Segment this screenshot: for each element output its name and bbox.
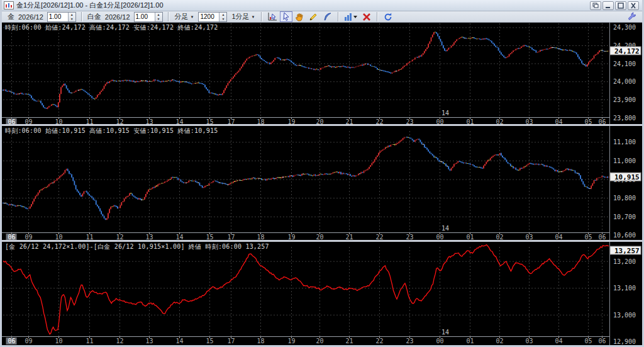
app-icon <box>4 1 14 9</box>
spin-down-icon[interactable]: ▼ <box>155 17 162 21</box>
window-controls <box>590 1 642 10</box>
bar-type-label: 分足 <box>175 12 189 21</box>
hand-icon <box>295 12 305 22</box>
indicator-dropdown-button[interactable] <box>343 11 359 22</box>
y-axis-label: 13,200 <box>613 258 636 265</box>
x-axis-label: 02 <box>496 234 503 241</box>
chart-mode-button[interactable] <box>266 11 279 22</box>
annotate-button[interactable] <box>321 11 334 22</box>
platinum-multiplier-input[interactable] <box>135 13 155 21</box>
x-axis-label: 18 <box>257 234 264 241</box>
interval-dropdown[interactable]: 1分足 ▼ <box>231 12 255 21</box>
x-axis-label: 11 <box>86 234 93 241</box>
x-axis-label: 03 <box>525 234 533 241</box>
app-window: 金1分足[2026/12]1.00 - 白金1分足[2026/12]1.00 <box>0 0 644 347</box>
minimize-button[interactable] <box>602 1 614 10</box>
x-axis-label: 02 <box>496 338 503 344</box>
platinum-label: 白金 <box>87 12 101 21</box>
toolbar-separator <box>338 12 339 21</box>
x-axis-label: 09 <box>25 338 32 344</box>
spin-up-icon[interactable]: ▲ <box>219 13 226 17</box>
window-title: 金1分足[2026/12]1.00 - 白金1分足[2026/12]1.00 <box>16 1 164 10</box>
chevron-down-icon: ▼ <box>191 15 194 19</box>
select-tool-button[interactable] <box>280 11 292 22</box>
x-axis-label: 01 <box>466 338 474 344</box>
x-axis-label: 22 <box>375 338 383 344</box>
gold-last-price: 24,172 <box>614 47 640 55</box>
red-x-icon <box>362 12 372 22</box>
x-axis-label: 15 <box>206 234 213 241</box>
x-axis-label: 04 <box>555 338 562 344</box>
x-axis-label: 17 <box>227 338 235 344</box>
charts-svg[interactable]: 0609101112131415171819202122230001020304… <box>2 23 642 345</box>
toolbar-separator <box>261 12 262 21</box>
x-axis-label: 06 <box>8 234 15 241</box>
y-axis-label: 24,100 <box>613 60 636 67</box>
pencil-icon <box>309 12 319 22</box>
date-marker: 14 <box>441 110 449 117</box>
new-window-button[interactable] <box>590 1 601 10</box>
y-axis-label: 10,800 <box>613 195 636 202</box>
chart-cursor-icon <box>267 12 277 22</box>
bar-type-dropdown[interactable]: 分足 ▼ <box>175 12 194 21</box>
cursor-arrow-icon <box>281 12 291 22</box>
x-axis-label: 19 <box>287 338 295 344</box>
close-button[interactable] <box>628 1 639 10</box>
x-axis-label: 09 <box>25 234 32 241</box>
x-axis-label: 20 <box>316 234 323 241</box>
date-marker: 14 <box>441 225 449 232</box>
y-axis-label: 11,000 <box>613 157 636 164</box>
x-axis-label: 11 <box>86 338 93 344</box>
y-axis-label: 23,900 <box>613 96 636 103</box>
y-axis-label: 23,800 <box>613 115 636 122</box>
x-axis-label: 14 <box>175 338 183 344</box>
toolbar-separator <box>377 12 378 21</box>
panel-separator <box>2 240 642 242</box>
quill-icon <box>323 12 333 22</box>
wrench-icon <box>627 12 637 22</box>
x-axis-label: 22 <box>375 234 383 241</box>
spin-up-icon[interactable]: ▲ <box>69 13 75 17</box>
titlebar: 金1分足[2026/12]1.00 - 白金1分足[2026/12]1.00 <box>2 0 642 11</box>
layered-windows-icon <box>591 2 600 9</box>
spin-up-icon[interactable]: ▲ <box>155 13 162 17</box>
x-axis-label: 19 <box>287 234 295 241</box>
pan-tool-button[interactable] <box>294 11 306 22</box>
x-axis-label: 23 <box>406 234 413 241</box>
x-axis-label: 18 <box>257 338 264 344</box>
chart-area[interactable]: 0609101112131415171819202122230001020304… <box>2 23 642 345</box>
chevron-down-icon: ▼ <box>252 15 255 19</box>
x-axis-label: 00 <box>436 234 443 241</box>
x-axis-label: 14 <box>175 234 183 241</box>
bar-count-stepper: ▲ ▼ <box>198 12 227 22</box>
delete-drawings-button[interactable] <box>360 11 373 22</box>
platinum-last-price: 10,915 <box>614 173 640 181</box>
x-axis-label: 06 <box>8 338 15 344</box>
y-axis-label: 10,700 <box>613 213 636 220</box>
toolbar-separator <box>81 12 82 21</box>
refresh-button[interactable] <box>382 11 394 22</box>
spin-down-icon[interactable]: ▼ <box>69 17 75 21</box>
date-marker: 14 <box>441 329 449 336</box>
draw-line-button[interactable] <box>308 11 320 22</box>
gold-label: 金 <box>8 12 14 21</box>
maximize-button[interactable] <box>615 1 626 10</box>
y-axis-label: 13,000 <box>613 312 636 319</box>
bar-count-input[interactable] <box>199 13 219 21</box>
x-axis-label: 01 <box>466 234 474 241</box>
refresh-icon <box>383 12 393 22</box>
y-axis-label: 11,100 <box>613 139 636 145</box>
settings-button[interactable] <box>626 11 638 22</box>
x-axis-label: 21 <box>345 338 353 344</box>
spin-down-icon[interactable]: ▼ <box>219 17 226 21</box>
x-axis-label: 21 <box>345 234 353 241</box>
x-axis-label: 13 <box>145 338 153 344</box>
gold-multiplier-input[interactable] <box>48 13 68 21</box>
x-axis-label: 17 <box>227 234 235 241</box>
spread-last-price: 13,257 <box>614 247 640 255</box>
x-axis-label: 06 <box>598 338 606 344</box>
panel-separator <box>2 124 642 126</box>
gold-contract: 2026/12 <box>18 13 43 21</box>
toolbar: 金 2026/12 ▲ ▼ 白金 2026/12 ▲ ▼ 分足 ▼ ▲ <box>2 11 642 23</box>
x-axis-label: 20 <box>316 338 323 344</box>
